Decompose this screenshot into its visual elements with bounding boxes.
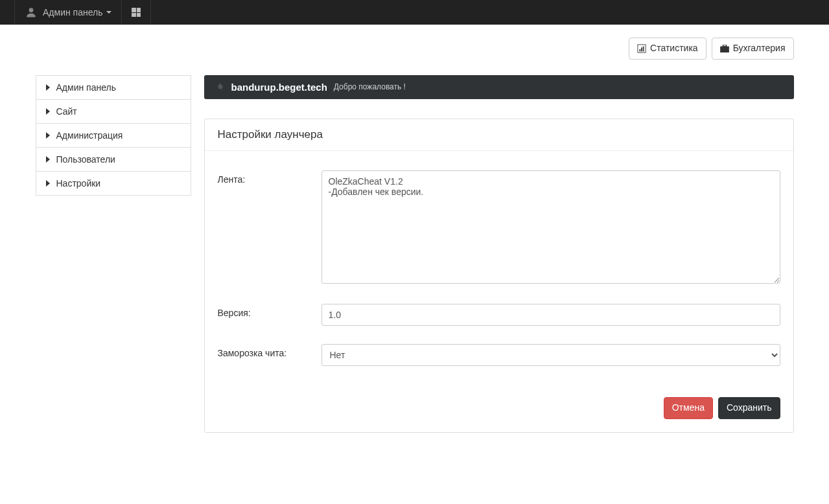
sidebar: Админ панель Сайт Администрация	[36, 75, 191, 195]
accounting-label: Бухгалтерия	[733, 42, 786, 55]
sidebar-item-label: Пользователи	[56, 154, 115, 165]
caret-right-icon	[46, 108, 50, 115]
caret-down-icon	[106, 11, 111, 14]
sidebar-item-label: Админ панель	[56, 82, 116, 93]
sidebar-item-label: Администрация	[56, 130, 123, 141]
nav-admin-label: Админ панель	[43, 7, 102, 17]
accounting-button[interactable]: Бухгалтерия	[712, 38, 794, 60]
top-nav: Админ панель	[0, 0, 829, 25]
svg-rect-6	[723, 45, 726, 47]
welcome-bar: bandurup.beget.tech Добро пожаловать !	[204, 75, 794, 99]
fire-icon	[216, 82, 225, 91]
sidebar-item-label: Сайт	[56, 106, 77, 117]
stats-icon	[637, 44, 646, 53]
version-input[interactable]	[321, 304, 780, 326]
site-name: bandurup.beget.tech	[231, 82, 327, 93]
sidebar-item-settings[interactable]: Настройки	[36, 172, 191, 195]
sidebar-item-users[interactable]: Пользователи	[36, 148, 191, 171]
welcome-greeting: Добро пожаловать !	[334, 82, 406, 91]
caret-right-icon	[46, 180, 50, 187]
freeze-label: Заморозка чита:	[218, 344, 321, 366]
panel-title: Настройки лаунчера	[205, 119, 793, 151]
svg-point-0	[29, 8, 34, 12]
version-label: Версия:	[218, 304, 321, 326]
settings-panel: Настройки лаунчера Лента: Версия:	[204, 119, 794, 433]
main-content: bandurup.beget.tech Добро пожаловать ! Н…	[204, 75, 794, 433]
sidebar-item-administration[interactable]: Администрация	[36, 124, 191, 147]
svg-rect-3	[641, 47, 642, 51]
freeze-select[interactable]: Нет	[321, 344, 780, 366]
caret-right-icon	[46, 156, 50, 163]
caret-right-icon	[46, 84, 50, 91]
svg-rect-4	[643, 46, 644, 51]
cancel-button[interactable]: Отмена	[664, 397, 713, 419]
stats-button[interactable]: Статистика	[629, 38, 706, 60]
nav-admin-dropdown[interactable]: Админ панель	[14, 0, 122, 25]
feed-textarea[interactable]	[321, 170, 780, 284]
svg-rect-2	[640, 49, 641, 52]
feed-label: Лента:	[218, 170, 321, 286]
grid-icon	[132, 8, 141, 17]
briefcase-icon	[720, 45, 729, 52]
sidebar-item-site[interactable]: Сайт	[36, 100, 191, 123]
avatar-icon	[25, 6, 38, 19]
save-button[interactable]: Сохранить	[718, 397, 780, 419]
caret-right-icon	[46, 132, 50, 139]
sidebar-item-admin[interactable]: Админ панель	[36, 76, 191, 99]
stats-label: Статистика	[650, 42, 698, 55]
nav-apps-button[interactable]	[122, 0, 151, 25]
top-toolbar: Статистика Бухгалтерия	[36, 25, 794, 75]
sidebar-item-label: Настройки	[56, 178, 101, 189]
svg-rect-5	[720, 47, 729, 52]
